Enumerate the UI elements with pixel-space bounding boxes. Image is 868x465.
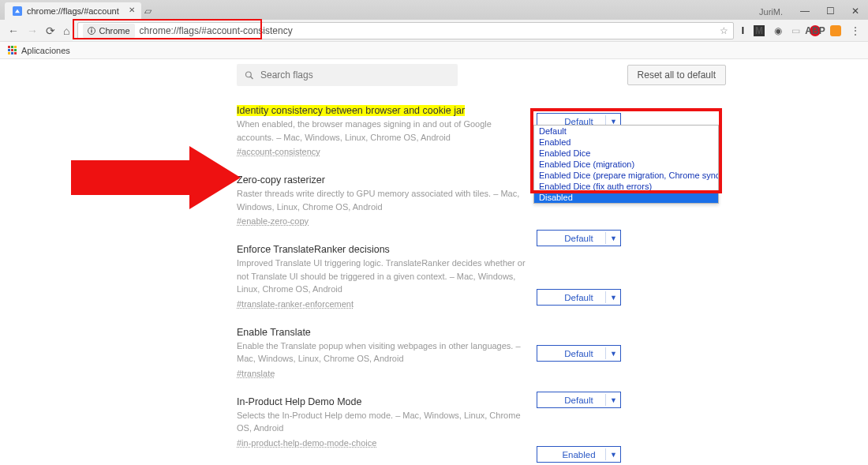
tab-favicon-icon	[13, 6, 22, 16]
svg-rect-2	[92, 30, 92, 33]
extension-orange-icon[interactable]	[830, 25, 841, 36]
dropdown-option-selected[interactable]: Disabled	[534, 192, 718, 203]
flag-select-iph-demo[interactable]: Default ▼	[537, 345, 621, 362]
flag-title: In-Product Help Demo Mode	[237, 396, 726, 407]
flag-description: Enable the Translate popup when visiting…	[237, 339, 529, 366]
flag-select-translate-ranker[interactable]: Default ▼	[537, 230, 621, 246]
flag-select-enable-translate[interactable]: Default ▼	[537, 289, 621, 306]
flag-select-cast-streaming[interactable]: Enabled ▼	[537, 446, 621, 463]
page-content: Reset all to default Identity consistenc…	[0, 59, 868, 465]
extension-m-icon[interactable]: M	[754, 25, 765, 36]
search-flags-box[interactable]	[237, 64, 458, 86]
flags-header-row: Reset all to default	[237, 59, 726, 99]
nav-reload-icon[interactable]: ⟳	[46, 24, 55, 37]
browser-toolbar: ← → ⟳ ⌂ Chrome chrome://flags/#account-c…	[0, 20, 868, 42]
flag-hash-link[interactable]: #translate	[237, 369, 275, 378]
browser-tab[interactable]: chrome://flags/#account ✕	[5, 2, 141, 20]
dropdown-option[interactable]: Enabled Dice (migration)	[534, 159, 718, 170]
flag-enable-translate: Enable Translate Enable the Translate po…	[237, 321, 726, 390]
tab-close-icon[interactable]: ✕	[129, 6, 135, 14]
flag-title: Enforce TranslateRanker decisions	[237, 244, 726, 255]
address-bar[interactable]: Chrome chrome://flags/#account-consisten…	[77, 22, 733, 39]
svg-rect-3	[92, 28, 92, 29]
bookmark-star-icon[interactable]: ☆	[720, 25, 728, 36]
reset-all-button[interactable]: Reset all to default	[627, 65, 726, 85]
chevron-down-icon: ▼	[605, 232, 617, 244]
nav-back-icon[interactable]: ←	[8, 24, 19, 37]
address-bar-wrap: Chrome chrome://flags/#account-consisten…	[77, 22, 733, 39]
flag-select-value: Default	[564, 234, 593, 243]
dropdown-option[interactable]: Enabled	[534, 137, 718, 148]
flag-title: Identity consistency between browser and…	[237, 105, 465, 116]
address-chip-label: Chrome	[99, 26, 129, 36]
window-close-icon[interactable]: ✕	[843, 6, 868, 20]
flag-description: Raster threads write directly to GPU mem…	[237, 187, 529, 213]
extension-icons: I M ◉ ▭ ABP ⋮	[742, 25, 860, 36]
nav-forward-icon: →	[27, 24, 38, 37]
address-chip: Chrome	[83, 24, 134, 38]
flag-description: Improved Translate UI triggering logic. …	[237, 257, 529, 296]
bookmarks-bar: Aplicaciones	[0, 42, 868, 59]
svg-marker-6	[71, 146, 241, 209]
svg-line-5	[251, 77, 253, 79]
flag-select-raster-threads[interactable]: Default ▼	[537, 392, 621, 408]
account-divider-icon: I	[742, 25, 744, 36]
flag-select-dropdown[interactable]: Default Enabled Enabled Dice Enabled Dic…	[533, 125, 719, 204]
dropdown-option[interactable]: Enabled Dice	[534, 148, 718, 159]
window-user-label[interactable]: JuriM.	[759, 7, 783, 20]
flag-description: Selects the In-Product Help demo mode. –…	[237, 409, 529, 435]
dropdown-option[interactable]: Enabled Dice (prepare migration, Chrome …	[534, 170, 718, 181]
tab-title: chrome://flags/#account	[27, 6, 119, 16]
extension-doc-icon[interactable]: ▭	[791, 25, 800, 36]
info-icon	[88, 27, 95, 35]
flag-translate-ranker: Enforce TranslateRanker decisions Improv…	[237, 238, 726, 321]
flag-select-value: Default	[564, 349, 593, 358]
flag-select-value: Enabled	[562, 450, 595, 459]
flag-hash-link[interactable]: #in-product-help-demo-mode-choice	[237, 438, 376, 448]
chevron-down-icon: ▼	[605, 291, 617, 303]
window-minimize-icon[interactable]: —	[792, 6, 817, 20]
annotation-arrow-icon	[71, 146, 245, 209]
svg-point-4	[246, 72, 252, 77]
address-text: chrome://flags/#account-consistency	[140, 25, 293, 36]
flag-title: Enable Translate	[237, 327, 726, 338]
dropdown-option[interactable]: Enabled Dice (fix auth errors)	[534, 181, 718, 192]
flag-hash-link[interactable]: #enable-zero-copy	[237, 216, 309, 226]
extension-abp-icon[interactable]: ABP	[810, 25, 821, 36]
dropdown-option[interactable]: Default	[534, 126, 718, 137]
flag-hash-link[interactable]: #account-consistency	[237, 147, 320, 156]
flags-page: Reset all to default Identity consistenc…	[237, 59, 726, 465]
bookmarks-apps-label[interactable]: Aplicaciones	[21, 46, 70, 55]
search-icon	[245, 70, 254, 81]
flag-raster-threads: Number of raster threads Specify the num…	[237, 459, 726, 466]
new-tab-button[interactable]: ▱	[144, 6, 152, 20]
flag-iph-demo: In-Product Help Demo Mode Selects the In…	[237, 390, 726, 459]
flag-select-value: Default	[564, 293, 593, 302]
flag-hash-link[interactable]: #translate-ranker-enforcement	[237, 299, 354, 309]
chevron-down-icon: ▼	[605, 394, 617, 406]
window-maximize-icon[interactable]: ☐	[817, 6, 843, 20]
flag-description: When enabled, the browser manages signin…	[237, 118, 529, 144]
extension-globe-icon[interactable]: ◉	[774, 25, 782, 36]
window-titlebar: chrome://flags/#account ✕ ▱ JuriM. — ☐ ✕	[0, 0, 868, 20]
flag-select-value: Default	[564, 396, 593, 405]
browser-menu-icon[interactable]: ⋮	[851, 25, 860, 36]
chevron-down-icon: ▼	[605, 347, 617, 359]
chevron-down-icon: ▼	[605, 448, 617, 460]
nav-home-icon[interactable]: ⌂	[63, 24, 69, 37]
search-flags-input[interactable]	[260, 69, 450, 81]
apps-icon[interactable]	[8, 46, 17, 54]
